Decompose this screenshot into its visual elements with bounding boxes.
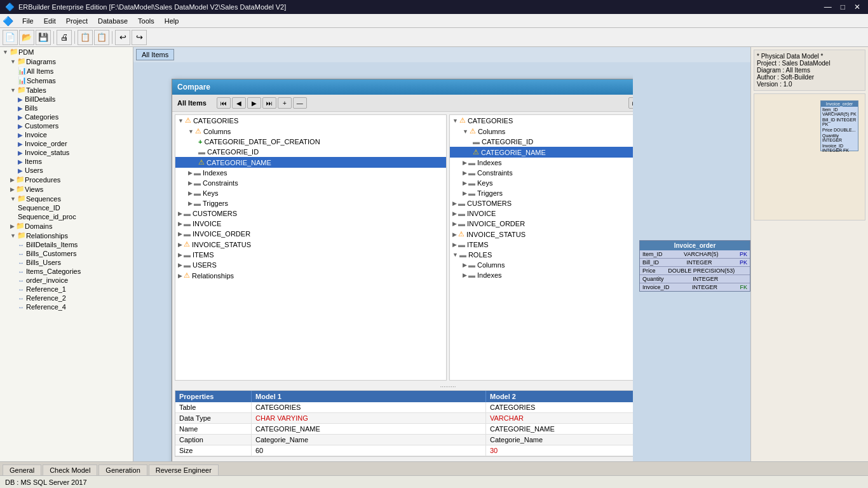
toolbar-print[interactable]: 🖨 [57, 30, 72, 45]
rrolesidx-icon: ▬ [468, 271, 475, 279]
left-columns-label: Columns [203, 128, 231, 135]
all-items-diagram-tab[interactable]: All Items [136, 49, 174, 60]
cons-icon-l: ▬ [194, 179, 201, 187]
rel6-icon: ↔ [18, 286, 24, 293]
diagram-tab-bar: All Items [133, 47, 750, 62]
nav-last-left[interactable]: ⏭ [262, 97, 276, 109]
toolbar-redo[interactable]: ↪ [132, 30, 147, 45]
left-tree-categories[interactable]: ▼ ⚠ CATEGORIES [175, 115, 446, 126]
left-tree-columns[interactable]: ▼ ⚠ Columns [175, 126, 446, 137]
left-tree-invoice-status[interactable]: ▶ ⚠ INVOICE_STATUS [175, 239, 446, 250]
pdm-expand: ▼ [3, 49, 8, 55]
tree-item-sequences[interactable]: ▼ 📁 Sequences [0, 194, 133, 203]
left-invoice-status-label: INVOICE_STATUS [192, 241, 251, 248]
left-tree-items[interactable]: ▶ ▬ ITEMS [175, 250, 446, 260]
tree-item-invoice[interactable]: ▶ Invoice [0, 130, 133, 139]
rels-warning-l: ⚠ [184, 271, 190, 280]
left-tree-invoice-order[interactable]: ▶ ▬ INVOICE_ORDER [175, 229, 446, 239]
left-tree-triggers[interactable]: ▶ ▬ Triggers [175, 198, 446, 208]
left-tree-invoice[interactable]: ▶ ▬ INVOICE [175, 219, 446, 229]
tree-item-customers[interactable]: ▶ Customers [0, 121, 133, 130]
tree-pdm[interactable]: ▼ 📁 PDM [0, 47, 133, 57]
tree-item-rel-billsusers[interactable]: ↔ Bills_Users [0, 258, 133, 267]
left-tree-date-creation[interactable]: + CATEGORIE_DATE_OF_CREATION [175, 137, 446, 147]
tree-item-rel-ref4[interactable]: ↔ Reference_4 [0, 302, 133, 311]
maximize-btn[interactable]: □ [838, 3, 848, 11]
tree-item-procedures[interactable]: ▶ 📁 Procedures [0, 175, 133, 184]
tree-item-billdetails[interactable]: ▶ BillDetails [0, 95, 133, 104]
minimize-btn[interactable]: — [822, 3, 834, 11]
tree-item-diagrams[interactable]: ▼ 📁 Diagrams [0, 57, 133, 66]
left-tree-constraints[interactable]: ▶ ▬ Constraints [175, 178, 446, 188]
rkeys-expand: ▶ [463, 180, 467, 186]
app-close-btn[interactable]: ✕ [851, 3, 863, 11]
rroles-icon: ▬ [459, 251, 466, 259]
inv-col2: Bill_ID [642, 259, 659, 266]
right-indexes-label: Indexes [477, 159, 502, 166]
tree-item-users[interactable]: ▶ Users [0, 166, 133, 175]
right-cat-id-label: CATEGORIE_ID [482, 138, 533, 146]
left-tree-keys[interactable]: ▶ ▬ Keys [175, 188, 446, 198]
domains-icon: 📁 [16, 222, 25, 230]
items-icon: ▶ [18, 158, 23, 165]
left-tree-customers[interactable]: ▶ ▬ CUSTOMERS [175, 208, 446, 219]
left-cat-name-label: CATEGORIE_NAME [207, 159, 271, 166]
toolbar-copy[interactable]: 📋 [78, 30, 93, 45]
tab-check-model[interactable]: Check Model [43, 464, 97, 475]
nav-prev-left[interactable]: ◀ [232, 97, 246, 109]
tree-item-rel-bills[interactable]: ↔ Bills_Customers [0, 249, 133, 258]
tree-item-items[interactable]: ▶ Items [0, 157, 133, 166]
menu-project[interactable]: Project [61, 16, 93, 26]
tree-item-tables[interactable]: ▼ 📁 Tables [0, 85, 133, 95]
left-tree-cat-name[interactable]: ⚠ CATEGORIE_NAME [175, 157, 446, 168]
left-tree-rels[interactable]: ▶ ⚠ Relationships [175, 270, 446, 281]
tree-item-schemas[interactable]: 📊 Schemas [0, 76, 133, 85]
nav-add-left[interactable]: + [278, 97, 292, 109]
toolbar-new[interactable]: 📄 [3, 30, 18, 45]
rel3-icon: ↔ [18, 259, 24, 266]
tab-generation[interactable]: Generation [98, 464, 147, 475]
nav-next-left[interactable]: ▶ [247, 97, 261, 109]
menu-file[interactable]: File [17, 16, 39, 26]
tree-item-rel-ref2[interactable]: ↔ Reference_2 [0, 294, 133, 302]
nav-first-left[interactable]: ⏮ [217, 97, 231, 109]
items-expand-l: ▶ [178, 252, 182, 258]
tree-item-rel-items[interactable]: ↔ Items_Categories [0, 267, 133, 276]
tree-item-invoice-order[interactable]: ▶ Invoice_order [0, 139, 133, 148]
toolbar-open[interactable]: 📂 [19, 30, 34, 45]
tree-item-views[interactable]: ▶ 📁 Views [0, 184, 133, 194]
rel2-icon: ↔ [18, 250, 24, 257]
tree-item-categories[interactable]: ▶ Categories [0, 112, 133, 121]
menu-tools[interactable]: Tools [133, 16, 159, 26]
rel8-label: Reference_4 [26, 303, 66, 311]
left-tree-users[interactable]: ▶ ▬ USERS [175, 260, 446, 270]
menu-help[interactable]: Help [159, 16, 184, 26]
relationships-icon: 📁 [17, 231, 26, 240]
tree-item-invoice-status[interactable]: ▶ Invoice_status [0, 148, 133, 157]
left-tree-cat-id[interactable]: ▬ CATEGORIE_ID [175, 147, 446, 157]
items-icon-l: ▬ [184, 251, 191, 259]
left-date-creation-label: CATEGORIE_DATE_OF_CREATION [204, 138, 320, 146]
tree-item-rel-order[interactable]: ↔ order_invoice [0, 276, 133, 285]
tree-item-bills[interactable]: ▶ Bills [0, 104, 133, 112]
tables-icon: 📁 [17, 86, 26, 94]
tree-item-all-items[interactable]: 📊 All Items [0, 66, 133, 76]
toolbar-save[interactable]: 💾 [36, 30, 51, 45]
rcons-icon: ▬ [468, 169, 475, 177]
categories-label: Categories [25, 113, 58, 121]
tree-item-relationships[interactable]: ▼ 📁 Relationships [0, 231, 133, 240]
tree-item-seq2[interactable]: Sequence_id_proc [0, 212, 133, 221]
tab-general[interactable]: General [3, 464, 41, 475]
tree-item-domains[interactable]: ▶ 📁 Domains [0, 221, 133, 231]
menu-database[interactable]: Database [93, 16, 133, 26]
left-tree-indexes[interactable]: ▶ ▬ Indexes [175, 168, 446, 178]
tree-item-rel-billdetails[interactable]: ↔ BillDetails_Items [0, 240, 133, 249]
cat-name-warning: ⚠ [198, 158, 205, 166]
tree-item-seq1[interactable]: Sequence_ID [0, 203, 133, 212]
tab-reverse-engineer[interactable]: Reverse Engineer [149, 464, 219, 475]
toolbar-undo[interactable]: ↩ [115, 30, 130, 45]
toolbar-paste[interactable]: 📋 [94, 30, 109, 45]
tree-item-rel-ref1[interactable]: ↔ Reference_1 [0, 285, 133, 294]
menu-edit[interactable]: Edit [39, 16, 61, 26]
nav-remove-left[interactable]: — [293, 97, 307, 109]
